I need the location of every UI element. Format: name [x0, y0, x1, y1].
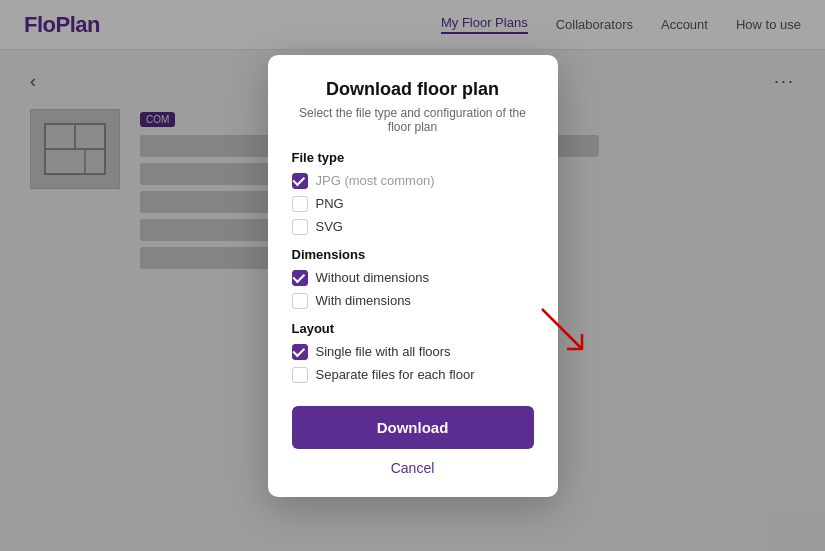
- option-without-dimensions[interactable]: Without dimensions: [292, 270, 534, 286]
- option-single-all-floors-label: Single file with all floors: [316, 344, 451, 359]
- checkbox-jpg[interactable]: [292, 173, 308, 189]
- option-separate-each-floor-label: Separate files for each floor: [316, 367, 475, 382]
- option-without-dimensions-label: Without dimensions: [316, 270, 429, 285]
- checkbox-separate-each-floor[interactable]: [292, 367, 308, 383]
- file-type-label: File type: [292, 150, 534, 165]
- option-single-all-floors[interactable]: Single file with all floors: [292, 344, 534, 360]
- annotation-arrow: [537, 304, 592, 359]
- checkbox-without-dimensions[interactable]: [292, 270, 308, 286]
- option-with-dimensions-label: With dimensions: [316, 293, 411, 308]
- dimensions-label: Dimensions: [292, 247, 534, 262]
- option-svg[interactable]: SVG: [292, 219, 534, 235]
- download-modal: Download floor plan Select the file type…: [268, 55, 558, 497]
- checkbox-svg[interactable]: [292, 219, 308, 235]
- option-separate-each-floor[interactable]: Separate files for each floor: [292, 367, 534, 383]
- option-with-dimensions[interactable]: With dimensions: [292, 293, 534, 309]
- modal-overlay: Download floor plan Select the file type…: [0, 0, 825, 551]
- option-svg-label: SVG: [316, 219, 343, 234]
- option-jpg[interactable]: JPG (most common): [292, 173, 534, 189]
- modal-subtitle: Select the file type and configuration o…: [292, 106, 534, 134]
- checkbox-single-all-floors[interactable]: [292, 344, 308, 360]
- checkbox-with-dimensions[interactable]: [292, 293, 308, 309]
- option-png[interactable]: PNG: [292, 196, 534, 212]
- svg-line-5: [542, 309, 582, 349]
- modal-title: Download floor plan: [292, 79, 534, 100]
- layout-label: Layout: [292, 321, 534, 336]
- option-jpg-label: JPG (most common): [316, 173, 435, 188]
- option-png-label: PNG: [316, 196, 344, 211]
- modal-download-button[interactable]: Download: [292, 406, 534, 449]
- checkbox-png[interactable]: [292, 196, 308, 212]
- modal-cancel-button[interactable]: Cancel: [292, 460, 534, 476]
